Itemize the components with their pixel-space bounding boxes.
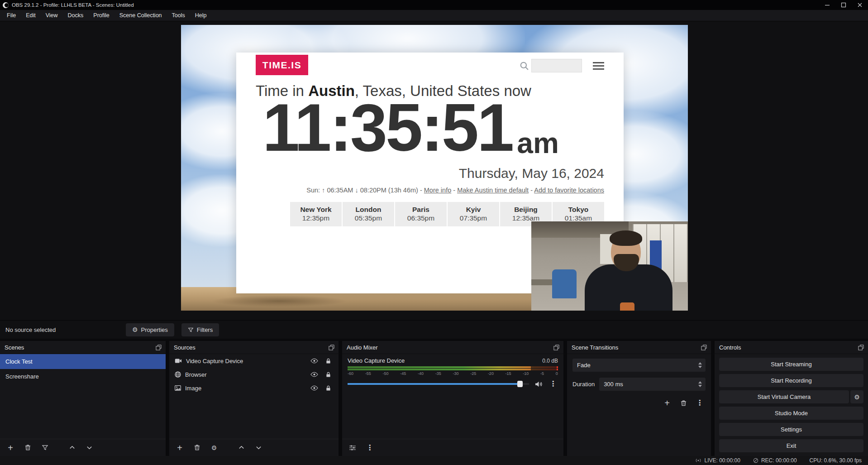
- window-title: OBS 29.1.2 - Profile: LLHLS BETA - Scene…: [12, 2, 134, 8]
- lock-toggle-icon[interactable]: [323, 383, 333, 393]
- image-icon: [175, 385, 181, 391]
- menu-file[interactable]: File: [2, 10, 21, 21]
- make-default-link: Make Austin time default: [457, 187, 529, 194]
- popout-icon[interactable]: [553, 345, 559, 350]
- rec-status: REC: 00:00:00: [753, 457, 797, 464]
- hamburger-menu-icon: [593, 62, 604, 70]
- duration-spinbox[interactable]: 300 ms: [599, 378, 706, 391]
- move-scene-up-button[interactable]: [67, 443, 77, 453]
- menu-tools[interactable]: Tools: [167, 10, 190, 21]
- mixer-options-button[interactable]: ⋮: [365, 443, 375, 453]
- search-icon: [520, 61, 529, 70]
- mixer-channel: Video Capture Device 0.0 dB -60-55-50-45…: [342, 354, 563, 439]
- remove-transition-button[interactable]: [678, 398, 688, 408]
- scene-item-screenshare[interactable]: Screenshare: [0, 369, 166, 384]
- timeis-date: Thursday, May 16, 2024: [459, 166, 604, 181]
- add-scene-button[interactable]: +: [5, 443, 15, 453]
- city-tile: Kyiv 07:35pm: [448, 202, 499, 226]
- close-button[interactable]: [852, 0, 868, 10]
- popout-icon[interactable]: [329, 345, 334, 350]
- sources-list: Video Capture Device Browser: [169, 354, 339, 439]
- scenes-list: Clock Test Screenshare: [0, 354, 166, 439]
- studio-mode-button[interactable]: Studio Mode: [719, 407, 863, 420]
- settings-button[interactable]: Settings: [719, 423, 863, 436]
- virtual-camera-settings-button[interactable]: ⚙: [850, 390, 863, 403]
- obs-logo-icon: [3, 2, 9, 8]
- start-recording-button[interactable]: Start Recording: [719, 374, 863, 387]
- remove-scene-button[interactable]: [23, 443, 33, 453]
- scenes-toolbar: +: [0, 439, 166, 456]
- controls-panel: Controls Start Streaming Start Recording…: [715, 341, 868, 456]
- exit-button[interactable]: Exit: [719, 439, 863, 452]
- visibility-toggle-icon[interactable]: [309, 369, 319, 379]
- add-transition-button[interactable]: +: [662, 398, 672, 408]
- volume-slider-handle[interactable]: [517, 381, 523, 387]
- webcam-video-overlay[interactable]: [531, 221, 688, 311]
- start-streaming-button[interactable]: Start Streaming: [719, 358, 863, 371]
- channel-options-button[interactable]: ⋮: [548, 379, 558, 389]
- mixer-toolbar: ⋮: [342, 439, 563, 456]
- globe-icon: [175, 371, 181, 378]
- audio-mixer-header: Audio Mixer: [342, 341, 563, 354]
- menu-help[interactable]: Help: [190, 10, 212, 21]
- lock-toggle-icon[interactable]: [323, 356, 333, 366]
- mixer-channel-name: Video Capture Device: [348, 357, 405, 364]
- source-properties-button[interactable]: ⚙: [209, 443, 219, 453]
- meter-scale: -60-55-50-45-40-35-30-25-20-15-10-50: [348, 371, 558, 376]
- menu-profile[interactable]: Profile: [88, 10, 114, 21]
- visibility-toggle-icon[interactable]: [309, 356, 319, 366]
- source-item-browser[interactable]: Browser: [169, 368, 339, 381]
- live-status: LIVE: 00:00:00: [695, 457, 740, 464]
- more-info-link: More info: [424, 187, 451, 194]
- dune-shadow: [211, 295, 347, 307]
- sources-panel-header: Sources: [169, 341, 339, 354]
- menu-scene-collection[interactable]: Scene Collection: [114, 10, 167, 21]
- sun-times: Sun: ↑ 06:35AM ↓ 08:20PM (13h 46m) -: [306, 187, 422, 194]
- source-item-video-capture[interactable]: Video Capture Device: [169, 354, 339, 368]
- remove-source-button[interactable]: [192, 443, 202, 453]
- source-item-image[interactable]: Image: [169, 381, 339, 395]
- audio-mixer-panel: Audio Mixer Video Capture Device 0.0 dB …: [342, 341, 563, 456]
- menu-view[interactable]: View: [41, 10, 63, 21]
- popout-icon[interactable]: [701, 345, 707, 350]
- combo-arrows-icon: [698, 362, 702, 368]
- scene-filters-button[interactable]: [40, 443, 50, 453]
- city-tile: Paris 06:35pm: [395, 202, 447, 226]
- cpu-status: CPU: 0.6%, 30.00 fps: [810, 457, 862, 464]
- volume-slider[interactable]: [348, 381, 529, 387]
- dock-panels: Scenes Clock Test Screenshare +: [0, 339, 868, 456]
- start-virtual-camera-button[interactable]: Start Virtual Camera: [719, 390, 849, 403]
- transition-options-button[interactable]: ⋮: [695, 398, 705, 408]
- record-status-icon: [753, 458, 758, 463]
- scene-item-clock-test[interactable]: Clock Test: [0, 354, 166, 369]
- city-tile: New York 12:35pm: [290, 202, 342, 226]
- menu-docks[interactable]: Docks: [63, 10, 89, 21]
- menu-bar: File Edit View Docks Profile Scene Colle…: [0, 10, 868, 21]
- add-source-button[interactable]: +: [175, 443, 185, 453]
- transition-select[interactable]: Fade: [572, 359, 706, 372]
- popout-icon[interactable]: [858, 345, 864, 350]
- filters-button[interactable]: Filters: [181, 323, 219, 336]
- properties-button[interactable]: ⚙ Properties: [126, 323, 174, 336]
- orange-object: [620, 302, 634, 311]
- popout-icon[interactable]: [156, 345, 162, 350]
- mute-toggle-icon[interactable]: [534, 379, 544, 389]
- menu-edit[interactable]: Edit: [21, 10, 41, 21]
- spin-arrows-icon: [698, 381, 702, 387]
- advanced-audio-button[interactable]: [348, 443, 358, 453]
- scenes-panel-header: Scenes: [0, 341, 166, 354]
- move-source-up-button[interactable]: [236, 443, 246, 453]
- minimize-button[interactable]: [819, 0, 835, 10]
- mixer-level-db: 0.0 dB: [542, 358, 558, 364]
- duration-label: Duration: [572, 381, 595, 388]
- move-scene-down-button[interactable]: [84, 443, 94, 453]
- scene-transitions-panel: Scene Transitions Fade Duration 300 ms +: [567, 341, 711, 456]
- lock-toggle-icon[interactable]: [323, 369, 333, 379]
- maximize-button[interactable]: [835, 0, 852, 10]
- visibility-toggle-icon[interactable]: [309, 383, 319, 393]
- sources-panel: Sources Video Capture Device: [169, 341, 339, 456]
- volume-meter: [348, 366, 558, 370]
- move-source-down-button[interactable]: [253, 443, 263, 453]
- broadcast-icon: [695, 458, 701, 463]
- preview-canvas[interactable]: TIME.IS Time in Austin, Texas, United St…: [181, 25, 688, 311]
